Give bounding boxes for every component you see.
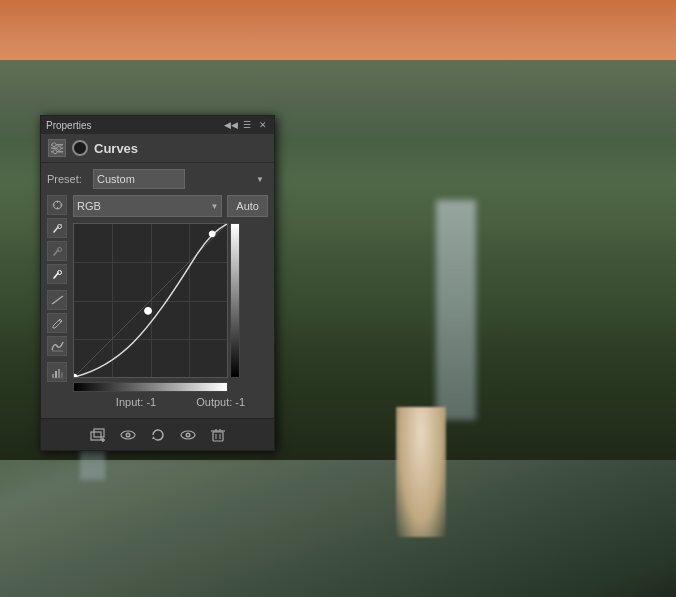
svg-point-7: [60, 224, 62, 226]
curves-graph-container: [73, 223, 228, 378]
panel-controls: ◀◀ ☰ ✕: [225, 119, 269, 131]
panel-footer: [41, 418, 274, 450]
svg-point-30: [187, 434, 189, 436]
figure: [396, 407, 446, 537]
panel-title: Properties: [46, 120, 92, 131]
channel-row: RGB Red Green Blue Auto: [73, 195, 268, 217]
vertical-gradient-bar: [230, 223, 240, 378]
channel-area: RGB Red Green Blue Auto: [47, 195, 268, 412]
histogram-tool[interactable]: [47, 362, 67, 382]
horizontal-gradient-bar: [73, 382, 228, 392]
reset-button[interactable]: [148, 425, 168, 445]
adjustment-icon: [48, 139, 66, 157]
svg-point-3: [52, 143, 56, 147]
preset-select[interactable]: Custom Default Strong Contrast Linear Co…: [93, 169, 185, 189]
eye-button[interactable]: [178, 425, 198, 445]
panel-body: Preset: Custom Default Strong Contrast L…: [41, 163, 274, 418]
svg-line-16: [74, 224, 227, 377]
svg-point-5: [53, 150, 57, 154]
input-label: Input: -1: [116, 396, 156, 408]
preset-label: Preset:: [47, 173, 87, 185]
close-button[interactable]: ✕: [257, 119, 269, 131]
eyedropper-white-tool[interactable]: [47, 264, 67, 284]
svg-point-18: [145, 307, 152, 314]
eyedropper-black-tool[interactable]: [47, 218, 67, 238]
svg-rect-13: [58, 369, 60, 378]
graph-area: RGB Red Green Blue Auto: [73, 195, 268, 412]
auto-button[interactable]: Auto: [227, 195, 268, 217]
svg-point-19: [209, 231, 215, 237]
input-output-row: Input: -1 Output: -1: [93, 392, 268, 412]
delete-button[interactable]: [208, 425, 228, 445]
properties-panel: Properties ◀◀ ☰ ✕ Curves Preset:: [40, 115, 275, 451]
add-layer-button[interactable]: [88, 425, 108, 445]
svg-rect-12: [55, 371, 57, 378]
svg-rect-20: [91, 432, 101, 440]
preset-row: Preset: Custom Default Strong Contrast L…: [47, 169, 268, 189]
panel-titlebar: Properties ◀◀ ☰ ✕: [41, 116, 274, 134]
curves-graph[interactable]: [73, 223, 228, 378]
smooth-tool[interactable]: [47, 336, 67, 356]
waterfall-right: [436, 200, 476, 420]
svg-rect-31: [213, 432, 223, 441]
section-title: Curves: [94, 141, 138, 156]
svg-rect-14: [61, 372, 63, 378]
collapse-button[interactable]: ◀◀: [225, 119, 237, 131]
left-toolbar: [47, 195, 67, 382]
output-label: Output: -1: [196, 396, 245, 408]
svg-marker-27: [152, 436, 155, 439]
preset-select-wrapper: Custom Default Strong Contrast Linear Co…: [93, 169, 268, 189]
channel-select-wrapper: RGB Red Green Blue: [73, 195, 222, 217]
channel-select[interactable]: RGB Red Green Blue: [73, 195, 222, 217]
curves-svg: [74, 224, 227, 377]
auto-corrections-tool[interactable]: [47, 195, 67, 215]
svg-rect-21: [94, 429, 104, 437]
eyedropper-gray-tool[interactable]: [47, 241, 67, 261]
visibility-circle[interactable]: [72, 140, 88, 156]
menu-button[interactable]: ☰: [241, 119, 253, 131]
svg-rect-11: [52, 374, 54, 378]
curve-draw-tool[interactable]: [47, 290, 67, 310]
pencil-tool[interactable]: [47, 313, 67, 333]
svg-point-4: [57, 146, 61, 150]
svg-point-26: [127, 434, 129, 436]
panel-header: Curves: [41, 134, 274, 163]
toggle-visibility-button[interactable]: [118, 425, 138, 445]
